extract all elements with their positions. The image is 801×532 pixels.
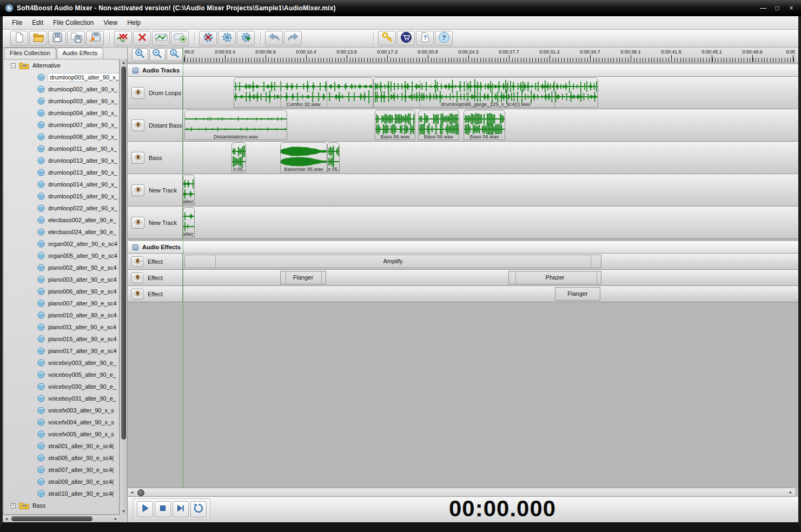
effect-lane[interactable]: FlangerPhazer xyxy=(183,270,798,285)
tree-item[interactable]: drumloop013_alter_90_x_ xyxy=(4,167,119,178)
tree-item[interactable]: elecbass024_alter_90_e_ xyxy=(4,226,119,238)
save-project-as-button[interactable] xyxy=(67,31,85,46)
effect-properties-button[interactable] xyxy=(218,31,236,46)
zoom-in-button[interactable] xyxy=(132,48,148,61)
effect-block[interactable]: Flanger xyxy=(555,287,600,301)
tree-item[interactable]: voiceboy031_alter_90_e_ xyxy=(4,393,119,404)
menu-view[interactable]: View xyxy=(98,17,122,28)
tree-item[interactable]: organ005_alter_90_e_sc4 xyxy=(4,250,119,262)
effect-lane[interactable]: Flanger xyxy=(183,286,798,302)
tree-item[interactable]: drumloop004_alter_90_x_ xyxy=(4,107,119,119)
tree-item[interactable]: drumloop002_alter_90_x_ xyxy=(4,83,119,95)
track-header[interactable]: Distant Bass xyxy=(128,109,183,141)
tree-item[interactable]: piano011_alter_90_e_sc4 xyxy=(4,321,119,333)
track-header[interactable]: Bass xyxy=(128,142,183,174)
tree-item[interactable]: voiceboy030_alter_90_e_ xyxy=(4,381,119,393)
activate-button[interactable] xyxy=(378,31,396,46)
scroll-left-icon[interactable]: ◄ xyxy=(129,489,135,495)
tree-item[interactable]: xtra005_alter_90_e_sc4( xyxy=(4,452,119,464)
minimize-button[interactable]: — xyxy=(759,4,767,12)
effect-block[interactable]: Phazer xyxy=(508,271,601,284)
track-lane[interactable]: Distantstations.wavBass 06.wavBass 06.wa… xyxy=(183,109,798,141)
menu-help[interactable]: Help xyxy=(122,17,145,28)
tab-files-collection[interactable]: Files Collection xyxy=(4,48,56,59)
tree-item[interactable]: voiceboy003_alter_90_e_ xyxy=(4,357,119,369)
track-visibility-button[interactable] xyxy=(131,87,144,99)
tree-item[interactable]: piano007_alter_90_e_sc4 xyxy=(4,297,119,309)
tree-item[interactable]: drumloop007_alter_90_x_ xyxy=(4,119,119,131)
track-header[interactable]: New Track xyxy=(128,174,183,206)
play-button[interactable] xyxy=(137,501,153,517)
tree-folder-alternative[interactable]: −Alternative xyxy=(4,59,119,71)
maximize-button[interactable]: □ xyxy=(773,4,782,12)
audio-clip[interactable]: Bass 06.wav xyxy=(464,110,505,140)
new-project-button[interactable] xyxy=(10,31,28,46)
tree-item[interactable]: xtra010_alter_90_e_sc4( xyxy=(4,488,119,500)
effect-visibility-button[interactable] xyxy=(131,289,143,300)
tree-item[interactable]: organ002_alter_90_e_sc4 xyxy=(4,238,119,250)
tree-item[interactable]: piano006_alter_90_e_sc4 xyxy=(4,285,119,297)
track-header[interactable]: Drum Loops xyxy=(128,77,183,109)
section-checkbox-icon[interactable] xyxy=(133,68,138,74)
goto-end-button[interactable] xyxy=(173,501,189,517)
sidebar-horizontal-scrollbar[interactable]: ◄ ► xyxy=(3,515,120,522)
audio-clip[interactable]: Bass 06.wav xyxy=(375,110,415,140)
sidebar-vertical-scrollbar[interactable]: ▲ ▼ xyxy=(120,59,127,515)
about-button[interactable]: ? xyxy=(435,31,453,46)
audio-clip[interactable]: Distantstations.wav xyxy=(184,110,287,140)
effect-header[interactable]: Effect xyxy=(128,270,183,285)
tree-item[interactable]: voicefx004_alter_90_x_s xyxy=(4,416,119,428)
effect-visibility-button[interactable] xyxy=(131,256,143,267)
audio-clip[interactable]: Bassnote 05.wav xyxy=(280,142,327,172)
repeat-button[interactable] xyxy=(190,501,207,517)
effect-lane[interactable]: Amplify xyxy=(183,254,798,269)
tree-item[interactable]: piano017_alter_90_e_sc4 xyxy=(4,345,119,357)
tree-folder-bass[interactable]: +Bass xyxy=(4,500,119,511)
effect-header[interactable]: Effect xyxy=(128,254,183,269)
tree-item[interactable]: voiceboy005_alter_90_e_ xyxy=(4,369,119,381)
tree-item[interactable]: xtra009_alter_90_e_sc4( xyxy=(4,476,119,488)
open-project-button[interactable] xyxy=(29,31,47,46)
track-lane[interactable]: s 05.Bassnote 05.wavs 05. xyxy=(183,142,798,174)
tree-item[interactable]: drumloop011_alter_90_x_ xyxy=(4,143,119,155)
collapse-icon[interactable]: − xyxy=(11,63,16,68)
tree-item[interactable]: drumloop014_alter_90_x_ xyxy=(4,178,119,190)
close-button[interactable]: × xyxy=(787,4,796,12)
delete-all-clips-button[interactable] xyxy=(114,31,132,46)
track-lane[interactable]: alter_ xyxy=(183,174,798,206)
audio-clip[interactable]: Combo 32.wav xyxy=(234,77,373,108)
undo-button[interactable] xyxy=(265,31,283,46)
audio-clip[interactable]: alter_ xyxy=(183,207,195,237)
track-lane[interactable]: alter_ xyxy=(183,207,798,238)
add-clip-button[interactable] xyxy=(171,31,189,46)
scroll-up-icon[interactable]: ▲ xyxy=(121,59,127,65)
tree-item[interactable]: xtra001_alter_90_e_sc4( xyxy=(4,440,119,452)
tree-item[interactable]: piano002_alter_90_e_sc4 xyxy=(4,262,119,274)
tree-item[interactable]: voicefx005_alter_90_x_s xyxy=(4,428,119,440)
help-button[interactable]: ? xyxy=(416,31,434,46)
tree-item[interactable]: elecbass002_alter_90_e_ xyxy=(4,214,119,226)
audio-clip[interactable]: drumloop048_garge_125_x_sc4(r).wav xyxy=(373,77,598,108)
stop-button[interactable] xyxy=(155,501,171,517)
zoom-out-button[interactable] xyxy=(149,48,166,61)
track-visibility-button[interactable] xyxy=(131,152,144,164)
menu-file-collection[interactable]: File Collection xyxy=(48,17,98,28)
menu-file[interactable]: File xyxy=(7,17,27,28)
edit-envelope-button[interactable] xyxy=(152,31,170,46)
buy-now-button[interactable] xyxy=(397,31,415,46)
audio-clip[interactable]: s 05. xyxy=(327,142,340,172)
tree-item[interactable]: xtra007_alter_90_e_sc4( xyxy=(4,464,119,476)
tree-item[interactable]: piano003_alter_90_e_sc4 xyxy=(4,274,119,285)
tree-item[interactable]: voicefx003_alter_90_x_s xyxy=(4,404,119,416)
effect-block[interactable]: Flanger xyxy=(280,271,326,284)
audio-clip[interactable]: alter_ xyxy=(183,175,195,205)
scroll-right-icon[interactable]: ► xyxy=(112,516,119,522)
section-checkbox-icon[interactable] xyxy=(133,244,138,250)
menu-edit[interactable]: Edit xyxy=(27,17,48,28)
audio-clip[interactable]: Bass 06.wav xyxy=(418,110,459,140)
scroll-right-icon[interactable]: ► xyxy=(787,489,794,495)
scroll-down-icon[interactable]: ▼ xyxy=(121,508,127,514)
tree-item[interactable]: piano010_alter_90_e_sc4 xyxy=(4,309,119,321)
effect-block[interactable]: Amplify xyxy=(184,255,601,268)
effect-header[interactable]: Effect xyxy=(128,286,183,302)
